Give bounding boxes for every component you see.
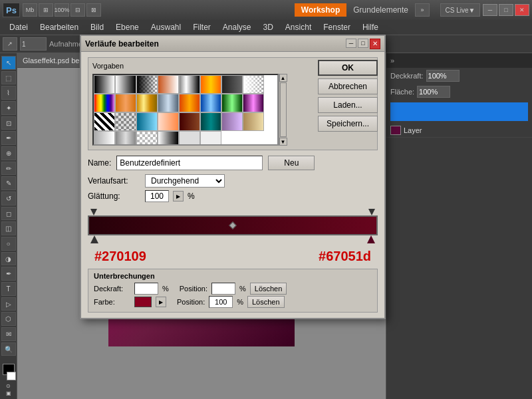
menu-ansicht[interactable]: Ansicht: [280, 21, 317, 33]
close-button[interactable]: ✕: [515, 4, 529, 16]
opacity-input[interactable]: [426, 70, 460, 82]
preset-swatch-silver[interactable]: [158, 94, 179, 112]
preset-swatch-empty1[interactable]: [179, 131, 200, 146]
preset-swatch-empty2[interactable]: [200, 131, 221, 146]
view-icon[interactable]: ⊞: [39, 3, 53, 17]
preset-swatch-bw[interactable]: [94, 75, 115, 94]
eraser-tool[interactable]: ◻: [1, 207, 16, 221]
bottom-stop-right[interactable]: [367, 235, 375, 243]
arrange-icon[interactable]: ⊠: [86, 3, 101, 17]
preset-swatch-grey[interactable]: [94, 131, 115, 146]
path-selection-tool[interactable]: ▷: [1, 297, 16, 311]
layout-icon[interactable]: ⊟: [70, 3, 85, 17]
notes-tool[interactable]: ✉: [1, 327, 16, 341]
crop-tool[interactable]: ⊡: [1, 116, 16, 130]
tool-options-icon[interactable]: ↗: [3, 37, 17, 51]
brush-tool[interactable]: ✏: [1, 162, 16, 176]
preset-swatch-purple[interactable]: [243, 94, 264, 112]
preset-swatch-stripe[interactable]: [94, 112, 115, 131]
name-input[interactable]: [116, 156, 263, 170]
pen-tool[interactable]: ✒: [1, 267, 16, 281]
clone-tool[interactable]: ✎: [1, 176, 16, 190]
heal-tool[interactable]: ⊕: [1, 146, 16, 160]
preset-swatch-black-trans[interactable]: [158, 131, 179, 146]
scroll-down-arrow[interactable]: ▼: [279, 138, 287, 146]
gradient-tool[interactable]: ◫: [1, 221, 16, 235]
move-tool[interactable]: ↖: [1, 56, 16, 70]
save-button[interactable]: Speichern...: [318, 116, 378, 132]
preset-swatch-darkbg[interactable]: [136, 131, 158, 146]
menu-auswahl[interactable]: Auswahl: [146, 21, 186, 33]
preset-scrollbar[interactable]: ▲ ▼: [279, 74, 287, 146]
preset-swatch-fg[interactable]: [158, 75, 179, 94]
glattung-input[interactable]: [145, 190, 169, 202]
menu-3d[interactable]: 3D: [258, 21, 279, 33]
preset-swatch-copper[interactable]: [115, 94, 136, 112]
preset-swatch-checker[interactable]: [115, 112, 136, 131]
farbe-color-swatch[interactable]: [134, 297, 152, 307]
workspace-workshop-button[interactable]: Workshop: [295, 3, 346, 17]
history-brush-tool[interactable]: ↺: [1, 192, 16, 205]
farbe-arrow-btn[interactable]: ▶: [156, 297, 166, 307]
preset-swatch-orange2[interactable]: [179, 94, 200, 112]
layer-row[interactable]: Layer: [386, 124, 532, 138]
fill-input[interactable]: [417, 86, 450, 98]
preset-grid[interactable]: [92, 74, 279, 146]
farbe-delete-btn[interactable]: Löschen: [247, 296, 285, 308]
menu-bild[interactable]: Bild: [85, 21, 109, 33]
type-tool[interactable]: T: [1, 282, 16, 296]
cs-live-icon[interactable]: CS Live▼: [440, 3, 480, 17]
deckraft-position-input[interactable]: [211, 283, 235, 295]
expand-workspaces-icon[interactable]: »: [415, 3, 430, 17]
cancel-button[interactable]: Abbrechen: [318, 78, 378, 94]
menu-hilfe[interactable]: Hilfe: [357, 21, 384, 33]
aufnahmebereich-input[interactable]: 1: [20, 37, 47, 51]
preset-swatch-russet[interactable]: [179, 112, 200, 131]
top-stop-left[interactable]: [90, 209, 97, 215]
top-stop-right[interactable]: [368, 209, 375, 215]
preset-swatch-dark[interactable]: [221, 75, 243, 94]
deckraft-input[interactable]: [134, 283, 158, 295]
preset-swatch-cyan[interactable]: [136, 112, 158, 131]
preset-swatch-rainbow[interactable]: [94, 94, 115, 112]
workspace-grundelemente-label[interactable]: Grundelemente: [349, 5, 412, 15]
magic-wand-tool[interactable]: ✦: [1, 101, 16, 115]
preset-swatch-btrans[interactable]: [136, 75, 158, 94]
gradient-bar[interactable]: [88, 215, 378, 235]
farbe-position-input[interactable]: [209, 296, 233, 308]
scroll-thumb[interactable]: [280, 82, 287, 137]
preset-swatch-teal[interactable]: [200, 112, 221, 131]
bridge-icon[interactable]: Mb: [23, 3, 37, 17]
blur-tool[interactable]: ○: [1, 237, 16, 251]
dialog-minimize-btn[interactable]: ─: [346, 39, 356, 48]
menu-datei[interactable]: Datei: [4, 21, 33, 33]
deckraft-delete-btn[interactable]: Löschen: [250, 283, 287, 295]
verlaufsart-dropdown[interactable]: Durchgehend Geräusch: [145, 174, 225, 188]
menu-filter[interactable]: Filter: [188, 21, 216, 33]
shape-tool[interactable]: ⬡: [1, 312, 16, 326]
zoom-icon[interactable]: 100%: [55, 3, 69, 17]
selection-tool[interactable]: ⬚: [1, 71, 16, 85]
dialog-close-btn[interactable]: ✕: [370, 39, 380, 49]
menu-analyse[interactable]: Analyse: [217, 21, 257, 33]
midpoint-diamond[interactable]: [229, 221, 236, 229]
preset-swatch-green[interactable]: [221, 94, 243, 112]
quick-mask-icon[interactable]: ⊙: [6, 383, 11, 389]
menu-bearbeiten[interactable]: Bearbeiten: [35, 21, 84, 33]
scroll-up-arrow[interactable]: ▲: [279, 74, 287, 82]
screen-mode-icon[interactable]: ▣: [6, 390, 11, 396]
preset-swatch-tan[interactable]: [243, 112, 264, 131]
minimize-button[interactable]: ─: [483, 4, 497, 16]
preset-swatch-warm[interactable]: [158, 112, 179, 131]
dialog-maximize-btn[interactable]: □: [358, 39, 368, 48]
ok-button[interactable]: OK: [318, 60, 378, 76]
maximize-button[interactable]: □: [499, 4, 513, 16]
preset-swatch-lavender[interactable]: [221, 112, 243, 131]
load-button[interactable]: Laden...: [318, 97, 378, 113]
background-color[interactable]: [7, 372, 16, 380]
glattung-step-btn[interactable]: ▶: [173, 191, 184, 201]
menu-ebene[interactable]: Ebene: [110, 21, 144, 33]
menu-fenster[interactable]: Fenster: [318, 21, 356, 33]
bottom-stop-left[interactable]: [90, 235, 98, 243]
zoom-tool-btn[interactable]: 🔍: [1, 342, 16, 356]
